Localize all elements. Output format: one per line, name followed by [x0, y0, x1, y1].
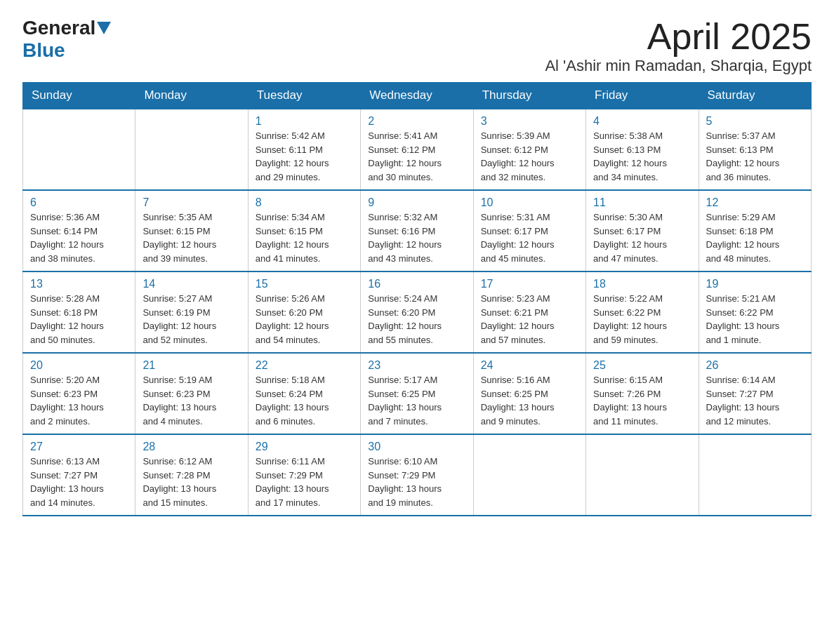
- day-number: 6: [30, 196, 128, 209]
- calendar-table: SundayMondayTuesdayWednesdayThursdayFrid…: [22, 82, 812, 516]
- day-info: Sunrise: 5:23 AMSunset: 6:21 PMDaylight:…: [481, 292, 578, 347]
- header-sunday: Sunday: [23, 83, 135, 109]
- day-number: 10: [481, 196, 578, 209]
- day-number: 25: [593, 359, 691, 372]
- logo-blue-text: Blue: [22, 39, 65, 61]
- day-number: 12: [706, 196, 804, 209]
- calendar-week-4: 20Sunrise: 5:20 AMSunset: 6:23 PMDayligh…: [23, 353, 812, 434]
- title-block: April 2025 Al 'Ashir min Ramadan, Sharqi…: [545, 17, 812, 75]
- page-title: April 2025: [545, 17, 812, 57]
- calendar-cell: 4Sunrise: 5:38 AMSunset: 6:13 PMDaylight…: [586, 109, 699, 190]
- day-number: 9: [368, 196, 465, 209]
- day-number: 14: [143, 278, 240, 290]
- day-info: Sunrise: 5:18 AMSunset: 6:24 PMDaylight:…: [256, 373, 353, 428]
- calendar-cell: 26Sunrise: 6:14 AMSunset: 7:27 PMDayligh…: [699, 353, 811, 434]
- calendar-cell: 12Sunrise: 5:29 AMSunset: 6:18 PMDayligh…: [699, 190, 811, 271]
- day-number: 8: [256, 196, 353, 209]
- day-info: Sunrise: 6:14 AMSunset: 7:27 PMDaylight:…: [706, 373, 804, 428]
- day-number: 30: [368, 441, 465, 453]
- calendar-cell: [473, 434, 585, 516]
- calendar-week-1: 1Sunrise: 5:42 AMSunset: 6:11 PMDaylight…: [23, 109, 812, 190]
- day-number: 23: [368, 359, 465, 372]
- logo-triangle-icon: [97, 22, 111, 34]
- calendar-cell: 2Sunrise: 5:41 AMSunset: 6:12 PMDaylight…: [361, 109, 473, 190]
- day-info: Sunrise: 5:37 AMSunset: 6:13 PMDaylight:…: [706, 129, 804, 184]
- calendar-cell: 29Sunrise: 6:11 AMSunset: 7:29 PMDayligh…: [248, 434, 360, 516]
- day-info: Sunrise: 6:10 AMSunset: 7:29 PMDaylight:…: [368, 455, 465, 509]
- calendar-cell: 19Sunrise: 5:21 AMSunset: 6:22 PMDayligh…: [699, 271, 811, 353]
- calendar-cell: 23Sunrise: 5:17 AMSunset: 6:25 PMDayligh…: [361, 353, 473, 434]
- day-number: 4: [593, 115, 691, 128]
- page-header: General Blue April 2025 Al 'Ashir min Ra…: [22, 17, 812, 75]
- calendar-cell: 5Sunrise: 5:37 AMSunset: 6:13 PMDaylight…: [699, 109, 811, 190]
- day-number: 15: [256, 278, 353, 290]
- header-wednesday: Wednesday: [361, 83, 473, 109]
- day-number: 24: [481, 359, 578, 372]
- calendar-cell: 22Sunrise: 5:18 AMSunset: 6:24 PMDayligh…: [248, 353, 360, 434]
- calendar-cell: 3Sunrise: 5:39 AMSunset: 6:12 PMDaylight…: [473, 109, 585, 190]
- day-info: Sunrise: 6:11 AMSunset: 7:29 PMDaylight:…: [256, 455, 353, 509]
- calendar-cell: 1Sunrise: 5:42 AMSunset: 6:11 PMDaylight…: [248, 109, 360, 190]
- calendar-header-row: SundayMondayTuesdayWednesdayThursdayFrid…: [23, 83, 812, 109]
- day-info: Sunrise: 5:29 AMSunset: 6:18 PMDaylight:…: [706, 210, 804, 265]
- day-number: 19: [706, 278, 804, 290]
- day-info: Sunrise: 5:24 AMSunset: 6:20 PMDaylight:…: [368, 292, 465, 347]
- day-info: Sunrise: 5:32 AMSunset: 6:16 PMDaylight:…: [368, 210, 465, 265]
- calendar-cell: 11Sunrise: 5:30 AMSunset: 6:17 PMDayligh…: [586, 190, 699, 271]
- day-number: 21: [143, 359, 240, 372]
- day-number: 1: [256, 115, 353, 128]
- header-monday: Monday: [135, 83, 248, 109]
- calendar-cell: 6Sunrise: 5:36 AMSunset: 6:14 PMDaylight…: [23, 190, 135, 271]
- day-info: Sunrise: 5:20 AMSunset: 6:23 PMDaylight:…: [30, 373, 128, 428]
- day-info: Sunrise: 5:28 AMSunset: 6:18 PMDaylight:…: [30, 292, 128, 347]
- header-saturday: Saturday: [699, 83, 811, 109]
- header-thursday: Thursday: [473, 83, 585, 109]
- calendar-cell: 17Sunrise: 5:23 AMSunset: 6:21 PMDayligh…: [473, 271, 585, 353]
- calendar-cell: 7Sunrise: 5:35 AMSunset: 6:15 PMDaylight…: [135, 190, 248, 271]
- calendar-cell: 16Sunrise: 5:24 AMSunset: 6:20 PMDayligh…: [361, 271, 473, 353]
- day-info: Sunrise: 5:41 AMSunset: 6:12 PMDaylight:…: [368, 129, 465, 184]
- day-number: 7: [143, 196, 240, 209]
- day-info: Sunrise: 5:19 AMSunset: 6:23 PMDaylight:…: [143, 373, 240, 428]
- day-info: Sunrise: 5:30 AMSunset: 6:17 PMDaylight:…: [593, 210, 691, 265]
- calendar-cell: 21Sunrise: 5:19 AMSunset: 6:23 PMDayligh…: [135, 353, 248, 434]
- day-number: 26: [706, 359, 804, 372]
- day-info: Sunrise: 5:34 AMSunset: 6:15 PMDaylight:…: [256, 210, 353, 265]
- day-number: 20: [30, 359, 128, 372]
- calendar-cell: 14Sunrise: 5:27 AMSunset: 6:19 PMDayligh…: [135, 271, 248, 353]
- day-number: 27: [30, 441, 128, 453]
- calendar-cell: [586, 434, 699, 516]
- calendar-cell: 24Sunrise: 5:16 AMSunset: 6:25 PMDayligh…: [473, 353, 585, 434]
- day-info: Sunrise: 5:27 AMSunset: 6:19 PMDaylight:…: [143, 292, 240, 347]
- calendar-cell: 27Sunrise: 6:13 AMSunset: 7:27 PMDayligh…: [23, 434, 135, 516]
- day-number: 29: [256, 441, 353, 453]
- day-info: Sunrise: 5:26 AMSunset: 6:20 PMDaylight:…: [256, 292, 353, 347]
- calendar-week-5: 27Sunrise: 6:13 AMSunset: 7:27 PMDayligh…: [23, 434, 812, 516]
- day-info: Sunrise: 6:13 AMSunset: 7:27 PMDaylight:…: [30, 455, 128, 509]
- day-info: Sunrise: 6:12 AMSunset: 7:28 PMDaylight:…: [143, 455, 240, 509]
- header-friday: Friday: [586, 83, 699, 109]
- day-number: 16: [368, 278, 465, 290]
- day-number: 22: [256, 359, 353, 372]
- day-info: Sunrise: 5:42 AMSunset: 6:11 PMDaylight:…: [256, 129, 353, 184]
- calendar-week-2: 6Sunrise: 5:36 AMSunset: 6:14 PMDaylight…: [23, 190, 812, 271]
- day-info: Sunrise: 5:17 AMSunset: 6:25 PMDaylight:…: [368, 373, 465, 428]
- day-number: 2: [368, 115, 465, 128]
- day-info: Sunrise: 5:36 AMSunset: 6:14 PMDaylight:…: [30, 210, 128, 265]
- calendar-cell: 30Sunrise: 6:10 AMSunset: 7:29 PMDayligh…: [361, 434, 473, 516]
- calendar-cell: 15Sunrise: 5:26 AMSunset: 6:20 PMDayligh…: [248, 271, 360, 353]
- logo-general-text: General: [22, 17, 95, 39]
- calendar-cell: 13Sunrise: 5:28 AMSunset: 6:18 PMDayligh…: [23, 271, 135, 353]
- day-info: Sunrise: 5:21 AMSunset: 6:22 PMDaylight:…: [706, 292, 804, 347]
- page-subtitle: Al 'Ashir min Ramadan, Sharqia, Egypt: [545, 57, 812, 75]
- day-number: 13: [30, 278, 128, 290]
- day-info: Sunrise: 5:35 AMSunset: 6:15 PMDaylight:…: [143, 210, 240, 265]
- day-info: Sunrise: 5:22 AMSunset: 6:22 PMDaylight:…: [593, 292, 691, 347]
- calendar-cell: 20Sunrise: 5:20 AMSunset: 6:23 PMDayligh…: [23, 353, 135, 434]
- calendar-cell: [135, 109, 248, 190]
- day-number: 5: [706, 115, 804, 128]
- calendar-cell: [699, 434, 811, 516]
- calendar-cell: [23, 109, 135, 190]
- day-info: Sunrise: 5:39 AMSunset: 6:12 PMDaylight:…: [481, 129, 578, 184]
- day-number: 17: [481, 278, 578, 290]
